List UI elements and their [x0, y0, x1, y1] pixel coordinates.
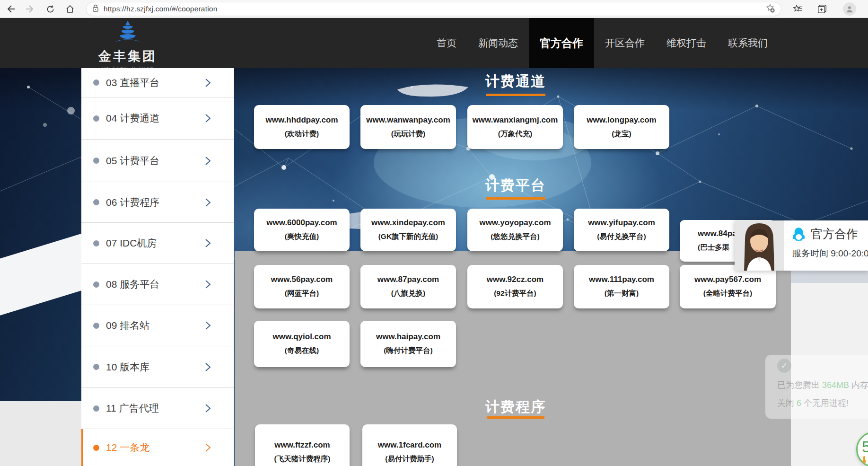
platform-card[interactable]: www.56pay.com (网蓝平台): [254, 265, 350, 308]
profile-avatar[interactable]: [843, 2, 856, 16]
sidebar-item-billing-program[interactable]: 06 计费程序: [81, 182, 234, 223]
chevron-right-icon: [205, 321, 211, 330]
bullet-icon: [93, 405, 99, 412]
bullet-icon: [93, 445, 99, 451]
card-url: www.haipay.com: [376, 332, 440, 342]
chevron-right-icon: [205, 114, 211, 123]
card-url: www.xindepay.com: [371, 218, 445, 228]
badge-score: 5: [862, 438, 868, 456]
sidebar-item-label: 03 直播平台: [106, 76, 205, 89]
sidebar-item-ranking[interactable]: 09 排名站: [81, 305, 234, 346]
section-title-billing-channel: 计费通道: [445, 72, 587, 91]
sidebar-menu: 03 直播平台 04 计费通道 05 计费平台 06 计费程序 07 IDC机房…: [81, 68, 234, 466]
sidebar-item-label: 06 计费程序: [106, 196, 205, 209]
nav-item-rights-protection[interactable]: 维权打击: [656, 18, 717, 68]
platform-card[interactable]: www.xindepay.com (GK旗下新的充值): [360, 209, 456, 251]
service-widget-body: 官方合作 服务时间 9:00-20:00: [784, 220, 868, 271]
service-widget-title: 官方合作: [811, 226, 858, 242]
forward-icon[interactable]: [24, 2, 37, 16]
toast-line1: 已为您腾出 364MB 内存,: [777, 379, 868, 391]
card-name: (网蓝平台): [285, 289, 319, 299]
platform-card[interactable]: www.ftzzf.com (飞天猪计费程序): [255, 424, 350, 466]
sidebar-item-idc[interactable]: 07 IDC机房: [81, 223, 234, 264]
card-url: www.wanxiangmj.com: [473, 115, 558, 125]
sidebar-item-billing-platform[interactable]: 05 计费平台: [81, 140, 234, 182]
card-name: (万象代充): [498, 129, 532, 139]
left-light-area: [0, 401, 81, 466]
sidebar-item-label: 07 IDC机房: [106, 237, 205, 250]
card-url: www.92cz.com: [487, 275, 544, 284]
add-favorite-icon[interactable]: [765, 3, 775, 15]
platform-card[interactable]: www.92cz.com (92计费平台): [467, 265, 563, 308]
thermometer-icon: [861, 456, 868, 463]
card-url: www.wanwanpay.com: [366, 115, 450, 125]
platform-card[interactable]: www.1fcard.com (易付计费助手): [362, 424, 457, 466]
toast-line2: 关闭 6 个无用进程!: [777, 397, 849, 409]
nav-item-home[interactable]: 首页: [426, 18, 467, 68]
platform-card[interactable]: www.hhddpay.com (欢动计费): [254, 105, 350, 149]
chevron-right-icon: [205, 78, 211, 88]
card-name: (悠悠兑换平台): [491, 232, 539, 242]
platform-card[interactable]: www.longpay.com (龙宝): [574, 105, 669, 149]
chevron-right-icon: [205, 238, 211, 248]
section-title-billing-program: 计费程序: [445, 397, 587, 417]
sidebar-item-billing-channel[interactable]: 04 计费通道: [81, 97, 234, 140]
platform-card[interactable]: www.yoyopay.com (悠悠兑换平台): [467, 209, 563, 251]
card-name: (第一财富): [605, 289, 639, 299]
nav-item-official-cooperation[interactable]: 官方合作: [529, 18, 594, 68]
lock-icon: [92, 4, 99, 14]
screen: https://hz.szjfxj.com/#/cooperation 金丰集团: [0, 0, 868, 466]
sidebar-item-service-platform[interactable]: 08 服务平台: [81, 264, 234, 305]
home-icon[interactable]: [63, 2, 77, 16]
chevron-right-icon: [205, 443, 211, 452]
card-url: www.pay567.com: [694, 275, 761, 284]
bullet-icon: [93, 79, 99, 86]
qq-icon: [792, 227, 805, 241]
sidebar-item-one-stop[interactable]: 12 一条龙: [81, 429, 234, 466]
chevron-right-icon: [205, 404, 211, 413]
platform-card[interactable]: www.6000pay.com (爽快充值): [254, 209, 350, 251]
favorites-bar-icon[interactable]: [791, 2, 804, 16]
nav-item-zone-cooperation[interactable]: 开区合作: [594, 18, 656, 68]
card-name: (嗨付计费平台): [384, 346, 432, 356]
section-underline: [486, 197, 545, 200]
memory-cleaner-toast: ✓ 已为您腾出 364MB 内存, 关闭 6 个无用进程!: [765, 355, 868, 419]
sidebar-item-ad-agency[interactable]: 11 广告代理: [81, 388, 234, 429]
bullet-icon: [93, 281, 99, 288]
card-url: www.1fcard.com: [378, 440, 441, 450]
card-url: www.yifupay.com: [588, 218, 655, 228]
platform-card[interactable]: www.wanwanpay.com (玩玩计费): [360, 105, 456, 149]
platform-card[interactable]: www.87pay.com (八旗兑换): [360, 265, 456, 308]
customer-service-widget[interactable]: 官方合作 服务时间 9:00-20:00: [735, 220, 868, 271]
platform-card[interactable]: www.haipay.com (嗨付计费平台): [360, 321, 456, 367]
card-url: www.qyiol.com: [272, 332, 331, 342]
card-name: (爽快充值): [285, 232, 319, 242]
site-logo[interactable]: 金丰集团 JIN FENG JI TUAN: [95, 21, 161, 70]
card-url: www.longpay.com: [587, 115, 656, 125]
pagoda-logo-icon: [113, 21, 142, 45]
sidebar-item-live-platform[interactable]: 03 直播平台: [81, 68, 234, 97]
bullet-icon: [93, 364, 99, 370]
back-icon[interactable]: [4, 2, 17, 16]
chevron-right-icon: [205, 156, 211, 166]
platform-card[interactable]: www.wanxiangmj.com (万象代充): [467, 105, 563, 149]
address-bar[interactable]: https://hz.szjfxj.com/#/cooperation: [86, 2, 781, 16]
bullet-icon: [93, 240, 99, 246]
url-text: https://hz.szjfxj.com/#/cooperation: [104, 5, 217, 13]
card-name: (玩玩计费): [391, 129, 425, 139]
section-title-billing-platform: 计费平台: [445, 176, 587, 195]
collections-icon[interactable]: [815, 2, 829, 16]
platform-card[interactable]: www.yifupay.com (易付兑换平台): [574, 209, 669, 251]
nav-item-news[interactable]: 新闻动态: [467, 18, 529, 68]
card-url: www.hhddpay.com: [265, 115, 338, 125]
nav-item-contact[interactable]: 联系我们: [717, 18, 779, 68]
refresh-icon[interactable]: [44, 2, 57, 16]
card-url: www.6000pay.com: [266, 218, 337, 228]
platform-card[interactable]: www.pay567.com (全略计费平台): [680, 265, 776, 308]
card-name: (飞天猪计费程序): [274, 454, 331, 464]
platform-card[interactable]: www.qyiol.com (奇易在线): [254, 321, 350, 367]
platform-card[interactable]: www.111pay.com (第一财富): [574, 265, 669, 308]
sidebar-item-version-library[interactable]: 10 版本库: [81, 346, 234, 388]
card-url: www.84pa: [698, 229, 737, 238]
sidebar-item-label: 05 计费平台: [106, 154, 205, 167]
